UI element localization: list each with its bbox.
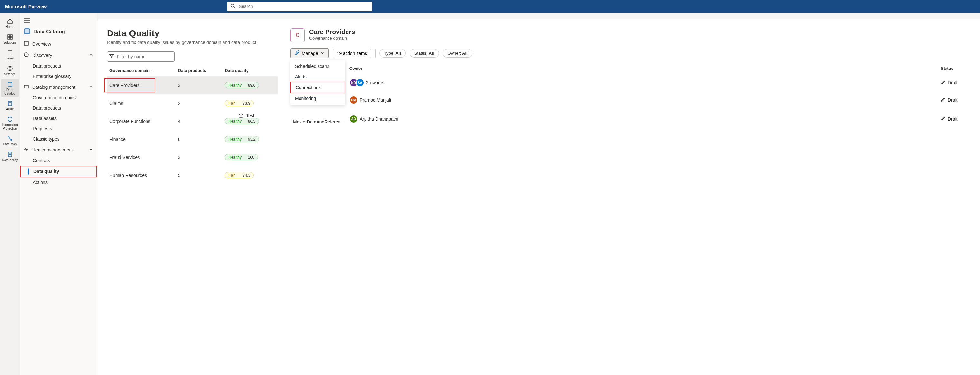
rail-audit[interactable]: Audit <box>1 98 19 113</box>
domain-badge: C <box>291 28 305 43</box>
domain-products-cell: 2 <box>175 94 223 112</box>
table-row[interactable]: Claims2Fair73.9 <box>107 94 278 112</box>
svg-rect-16 <box>8 152 11 157</box>
sidebar-data-assets[interactable]: Data assets <box>20 113 97 123</box>
chevron-up-icon <box>89 53 93 58</box>
svg-point-14 <box>11 139 12 141</box>
rail-info-protection[interactable]: Information Protection <box>1 114 19 132</box>
svg-rect-24 <box>24 85 28 88</box>
sidebar-overview[interactable]: Overview <box>20 38 97 49</box>
sidebar-actions[interactable]: Actions <box>20 177 97 188</box>
search-icon <box>230 3 235 9</box>
sidebar-discovery[interactable]: Discovery <box>20 49 97 61</box>
domain-products-cell: 3 <box>175 76 223 94</box>
rail-data-catalog[interactable]: Data Catalog <box>1 79 19 97</box>
col-status[interactable]: Status <box>938 63 970 74</box>
domain-products-cell: 3 <box>175 148 223 166</box>
sidebar-health-management[interactable]: Health management <box>20 144 97 155</box>
domain-name-cell: Human Resources <box>107 166 175 184</box>
sidebar-discovery-glossary[interactable]: Enterprise glossary <box>20 71 97 81</box>
dropdown-scheduled-scans[interactable]: Scheduled scans <box>291 61 345 71</box>
rail-data-map[interactable]: Data Map <box>1 133 19 148</box>
chip-type[interactable]: Type: All <box>379 49 406 58</box>
main-area: Data Quality Identify and fix data quali… <box>97 13 980 375</box>
table-row[interactable]: Finance6Healthy93.2 <box>107 130 278 148</box>
sidebar-catalog-management[interactable]: Catalog management <box>20 81 97 93</box>
gear-icon <box>7 65 13 72</box>
col-governance-domain[interactable]: Governance domain <box>107 65 175 76</box>
table-row[interactable]: Care Providers3Healthy89.6 <box>107 76 278 94</box>
domain-name-cell: Corporate Functions <box>107 112 175 130</box>
audit-icon <box>7 100 13 107</box>
col-owner[interactable]: Owner <box>347 63 938 74</box>
global-search[interactable] <box>227 2 372 11</box>
filter-icon <box>110 54 114 60</box>
filter-input[interactable] <box>107 51 175 62</box>
svg-rect-4 <box>8 37 10 39</box>
product-type-cell: TestMasterDataAndReferen... <box>291 109 347 129</box>
domain-quality-cell: Fair74.3 <box>222 166 278 184</box>
domain-quality-cell: Fair73.9 <box>222 94 278 112</box>
chevron-up-icon <box>89 85 93 90</box>
sidebar-cm-data-products[interactable]: Data products <box>20 103 97 113</box>
domain-list-pane: Data Quality Identify and fix data quali… <box>107 28 278 375</box>
edit-icon <box>941 116 945 122</box>
page-subtitle: Identify and fix data quality issues by … <box>107 40 278 45</box>
action-items-button[interactable]: 19 action items <box>332 49 371 58</box>
domain-products-cell: 5 <box>175 166 223 184</box>
col-data-quality[interactable]: Data quality <box>222 65 278 76</box>
domain-quality-cell: Healthy89.6 <box>222 76 278 94</box>
rail-solutions[interactable]: Solutions <box>1 32 19 46</box>
table-row[interactable]: DatasetPMPramod ManjaliDraft <box>291 91 970 109</box>
toolbar-divider <box>375 49 375 58</box>
chip-owner[interactable]: Owner: All <box>443 49 473 58</box>
rail-learn[interactable]: Learn <box>1 47 19 62</box>
book-icon <box>7 49 13 56</box>
dropdown-connections[interactable]: Connections <box>291 82 345 93</box>
domain-quality-cell: Healthy93.2 <box>222 130 278 148</box>
svg-rect-21 <box>24 28 30 34</box>
overview-icon <box>24 41 29 47</box>
rail-settings[interactable]: Settings <box>1 63 19 78</box>
hamburger-button[interactable] <box>20 16 97 25</box>
sidebar-requests[interactable]: Requests <box>20 123 97 134</box>
catalog-icon <box>7 81 13 87</box>
filter-by-name[interactable] <box>107 51 175 62</box>
products-table: Type Owner Status AnalyticalNDSA2 owners… <box>291 63 970 129</box>
domain-name-cell: Care Providers <box>107 76 175 94</box>
heartbeat-icon <box>24 147 29 153</box>
sidebar-governance-domains[interactable]: Governance domains <box>20 93 97 103</box>
search-input[interactable] <box>227 2 372 11</box>
svg-rect-3 <box>10 35 12 36</box>
sidebar-classic-types[interactable]: Classic types <box>20 134 97 144</box>
detail-toolbar: Manage Scheduled scans Alerts Connection… <box>291 48 970 58</box>
svg-point-23 <box>24 53 28 57</box>
col-data-products[interactable]: Data products <box>175 65 223 76</box>
rail-data-policy[interactable]: Data policy <box>1 149 19 164</box>
manage-button[interactable]: Manage <box>291 48 329 58</box>
sidebar-data-quality[interactable]: Data quality <box>20 166 97 177</box>
dropdown-monitoring[interactable]: Monitoring <box>291 93 345 104</box>
top-bar: Microsoft Purview <box>0 0 980 13</box>
map-icon <box>7 135 13 142</box>
sidebar-discovery-data-products[interactable]: Data products <box>20 61 97 71</box>
domain-quality-cell: Healthy100 <box>222 148 278 166</box>
policy-icon <box>7 151 13 158</box>
edit-icon <box>941 80 945 85</box>
svg-rect-22 <box>24 41 28 45</box>
table-row[interactable]: Human Resources5Fair74.3 <box>107 166 278 184</box>
table-row[interactable]: Fraud Services3Healthy100 <box>107 148 278 166</box>
svg-point-0 <box>231 4 234 7</box>
dropdown-alerts[interactable]: Alerts <box>291 71 345 82</box>
sidebar-controls[interactable]: Controls <box>20 155 97 166</box>
cube-icon <box>238 113 243 119</box>
edit-icon <box>941 97 945 103</box>
chip-status[interactable]: Status: All <box>410 49 439 58</box>
svg-point-8 <box>9 68 11 70</box>
avatar: PM <box>349 96 358 104</box>
brand-label: Microsoft Purview <box>5 4 47 9</box>
rail-home[interactable]: Home <box>1 16 19 30</box>
domain-title: Care Providers <box>309 28 355 36</box>
table-row[interactable]: TestMasterDataAndReferen...ADArpitha Dha… <box>291 109 970 129</box>
table-row[interactable]: AnalyticalNDSA2 ownersDraft <box>291 74 970 91</box>
